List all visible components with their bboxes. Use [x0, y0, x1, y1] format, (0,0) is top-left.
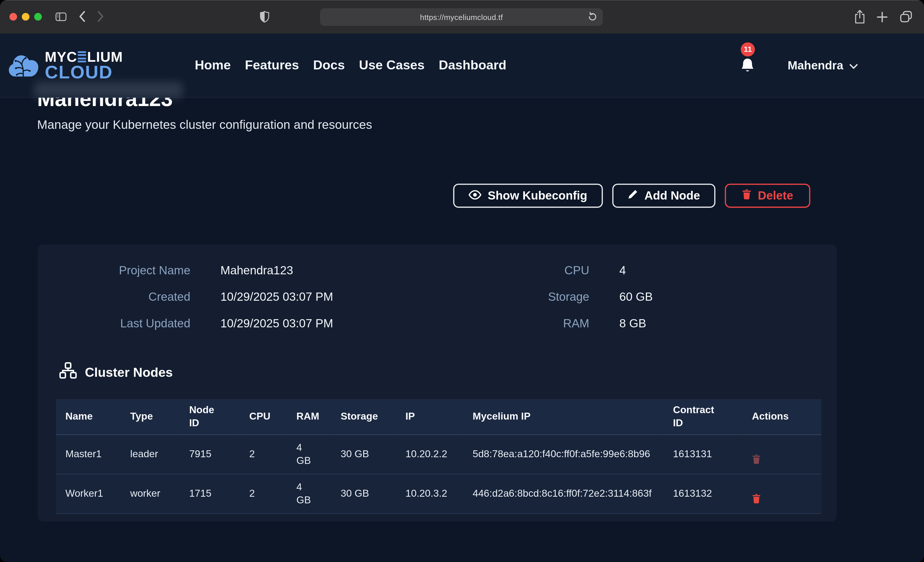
cpu-value: 4	[620, 263, 652, 278]
back-button[interactable]	[78, 10, 86, 22]
nav-link-use-cases[interactable]: Use Cases	[359, 58, 424, 73]
show-kubeconfig-label: Show Kubeconfig	[488, 189, 587, 203]
page-subtitle: Manage your Kubernetes cluster configura…	[37, 118, 372, 132]
browser-window: https://myceliumcloud.tf MYCLIUM CLOUD	[0, 0, 924, 562]
cell-ram: 4 GB	[287, 435, 331, 474]
col-header-name: Name	[56, 399, 121, 435]
traffic-lights	[9, 13, 42, 21]
created-value: 10/29/2025 03:07 PM	[220, 289, 333, 304]
brand-line1: MYCLIUM	[45, 50, 123, 64]
user-name: Mahendra	[788, 59, 843, 72]
nav-link-home[interactable]: Home	[195, 58, 231, 73]
cluster-details-card: Project Name Mahendra123 Created 10/29/2…	[38, 244, 837, 522]
redaction-blur	[34, 82, 183, 98]
delete-cluster-button[interactable]: Delete	[725, 184, 810, 208]
cluster-info-right: CPU 4 Storage 60 GB RAM 8 GB	[506, 263, 652, 331]
table-row: Master1 leader 7915 2 4 GB 30 GB 10.20.2…	[56, 435, 821, 474]
cell-node-id: 1715	[180, 474, 240, 514]
cluster-nodes-icon	[59, 362, 77, 383]
chevron-down-icon	[849, 59, 858, 72]
privacy-shield-icon[interactable]	[260, 10, 269, 23]
brand-line2: CLOUD	[45, 64, 123, 81]
cell-ip: 10.20.3.2	[396, 474, 463, 514]
cell-cpu: 2	[240, 474, 287, 514]
delete-node-icon[interactable]	[752, 493, 760, 504]
bell-icon	[740, 65, 754, 75]
col-header-ram: RAM	[287, 399, 331, 435]
nav-link-features[interactable]: Features	[245, 58, 299, 73]
user-menu[interactable]: Mahendra	[788, 59, 858, 72]
table-header: Name Type Node ID CPU RAM Storage IP Myc…	[56, 399, 821, 435]
nav-links: Home Features Docs Use Cases Dashboard	[195, 58, 506, 73]
field-label: RAM	[506, 315, 590, 331]
field-label: CPU	[506, 263, 590, 278]
cell-ram: 4 GB	[287, 474, 331, 514]
notification-count-badge: 11	[741, 42, 755, 56]
cell-mycelium-ip: 446:d2a6:8bcd:8c16:ff0f:72e2:3114:863f	[463, 474, 663, 514]
stylized-e-glyph	[78, 51, 86, 63]
cell-ip: 10.20.2.2	[396, 435, 463, 474]
storage-value: 60 GB	[620, 289, 652, 304]
cluster-nodes-heading: Cluster Nodes	[59, 362, 173, 383]
tab-overview-icon[interactable]	[900, 10, 912, 23]
notifications-button[interactable]: 11	[740, 57, 754, 73]
cluster-info-left: Project Name Mahendra123 Created 10/29/2…	[49, 263, 333, 331]
address-bar[interactable]: https://myceliumcloud.tf	[320, 8, 603, 26]
forward-button[interactable]	[97, 10, 104, 22]
zoom-window-button[interactable]	[34, 13, 42, 21]
col-header-actions: Actions	[742, 399, 821, 435]
pencil-icon	[627, 189, 638, 203]
ram-value: 8 GB	[620, 315, 652, 331]
new-tab-icon[interactable]	[876, 11, 888, 23]
cell-storage: 30 GB	[331, 435, 396, 474]
cell-type: worker	[121, 474, 180, 514]
brand-wordmark: MYCLIUM CLOUD	[45, 50, 123, 81]
project-name-value: Mahendra123	[220, 263, 333, 278]
eye-icon	[468, 189, 482, 203]
url-text: https://myceliumcloud.tf	[420, 13, 503, 21]
cell-type: leader	[121, 435, 180, 474]
field-label: Last Updated	[49, 315, 190, 331]
cell-mycelium-ip: 5d8:78ea:a120:f40c:ff0f:a5fe:99e6:8b96	[463, 435, 663, 474]
reload-icon[interactable]	[588, 12, 597, 24]
cell-contract-id: 1613131	[663, 435, 742, 474]
cluster-actions: Show Kubeconfig Add Node Delete	[453, 184, 810, 208]
cell-name: Master1	[56, 435, 121, 474]
browser-chrome: https://myceliumcloud.tf	[0, 0, 924, 34]
col-header-ip: IP	[396, 399, 463, 435]
cluster-nodes-table: Name Type Node ID CPU RAM Storage IP Myc…	[56, 399, 821, 514]
close-window-button[interactable]	[9, 13, 17, 21]
show-kubeconfig-button[interactable]: Show Kubeconfig	[453, 184, 602, 208]
col-header-mycelium-ip: Mycelium IP	[463, 399, 663, 435]
mycelium-cloud-logo-icon	[8, 51, 39, 80]
minimize-window-button[interactable]	[22, 13, 30, 21]
share-icon[interactable]	[854, 9, 866, 24]
field-label: Project Name	[49, 263, 190, 278]
nav-link-docs[interactable]: Docs	[313, 58, 345, 73]
brand-logo[interactable]: MYCLIUM CLOUD	[8, 50, 123, 81]
cell-cpu: 2	[240, 435, 287, 474]
cell-name: Worker1	[56, 474, 121, 514]
trash-icon	[742, 189, 752, 203]
col-header-contract-id: Contract ID	[663, 399, 742, 435]
field-label: Created	[49, 289, 190, 304]
cluster-nodes-title: Cluster Nodes	[85, 365, 173, 380]
cell-contract-id: 1613132	[663, 474, 742, 514]
add-node-button[interactable]: Add Node	[612, 184, 715, 208]
last-updated-value: 10/29/2025 03:07 PM	[220, 315, 333, 331]
col-header-type: Type	[121, 399, 180, 435]
sidebar-toggle-icon[interactable]	[56, 12, 67, 21]
col-header-storage: Storage	[331, 399, 396, 435]
add-node-label: Add Node	[645, 189, 700, 203]
col-header-cpu: CPU	[240, 399, 287, 435]
cell-node-id: 7915	[180, 435, 240, 474]
nav-link-dashboard[interactable]: Dashboard	[439, 58, 507, 73]
col-header-node-id: Node ID	[180, 399, 240, 435]
delete-node-icon[interactable]	[752, 454, 760, 465]
field-label: Storage	[506, 289, 590, 304]
delete-label: Delete	[758, 189, 793, 203]
table-row: Worker1 worker 1715 2 4 GB 30 GB 10.20.3…	[56, 474, 821, 514]
cell-storage: 30 GB	[331, 474, 396, 514]
